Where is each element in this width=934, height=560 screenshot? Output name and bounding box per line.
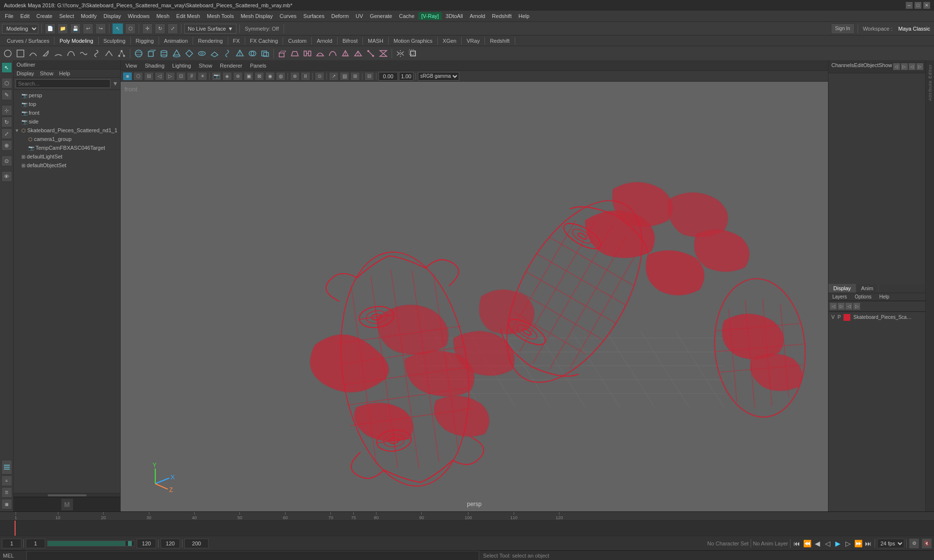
list-mode-btn[interactable]: ☰ (1, 487, 12, 498)
menu-modify[interactable]: Modify (78, 12, 99, 20)
select-tool-btn[interactable]: ↖ (112, 23, 123, 34)
shelf-plane[interactable] (209, 48, 220, 59)
menu-windows[interactable]: Windows (125, 12, 153, 20)
menu-mesh-tools[interactable]: Mesh Tools (204, 12, 236, 20)
vp-cam-btn[interactable]: 📷 (212, 72, 221, 81)
layer-ctrl-btn4[interactable]: ▷ (853, 303, 860, 310)
menu-edit-mesh[interactable]: Edit Mesh (173, 12, 203, 20)
jump-end-btn[interactable]: ⏭ (864, 540, 873, 547)
menu-cache[interactable]: Cache (396, 12, 417, 20)
paint-select[interactable]: ✎ (1, 89, 12, 100)
scale-btn[interactable]: ⤢ (167, 23, 178, 34)
menu-file[interactable]: File (2, 12, 17, 20)
vp-bookmark-btn[interactable]: ⊟ (364, 72, 374, 81)
rotate-tool[interactable]: ↻ (1, 117, 12, 127)
ch-btn3[interactable]: ◁ (909, 63, 916, 70)
vp-wire-btn[interactable]: ⬡ (133, 72, 143, 81)
vp-menu-panels[interactable]: Panels (247, 62, 269, 70)
help-sub-tab[interactable]: Help (875, 293, 893, 300)
tab-fx[interactable]: FX (228, 37, 245, 45)
outliner-item-front[interactable]: 📷 front (14, 108, 120, 117)
range-end-display[interactable]: 120 (137, 539, 156, 548)
outliner-item-top[interactable]: 📷 top (14, 100, 120, 108)
sign-in-btn[interactable]: Sign In (831, 23, 855, 34)
shelf-smooth[interactable] (327, 48, 339, 59)
universal-tool[interactable]: ⊕ (1, 140, 12, 151)
range-handle[interactable] (128, 541, 132, 546)
max-frame-display[interactable]: 200 (184, 539, 209, 548)
mel-script-label[interactable]: MEL (3, 553, 22, 559)
vp-shot-btn[interactable]: ⊛ (233, 72, 243, 81)
menu-mesh[interactable]: Mesh (153, 12, 172, 20)
menu-uv[interactable]: UV (353, 12, 366, 20)
no-anim-layer-label[interactable]: No Anim Layer (753, 541, 788, 546)
menu-deform[interactable]: Deform (328, 12, 352, 20)
move-btn[interactable]: ✛ (142, 23, 153, 34)
vp-frame-btn[interactable]: ⊟ (144, 72, 154, 81)
select-tool[interactable]: ↖ (1, 62, 12, 73)
menu-display[interactable]: Display (101, 12, 124, 20)
ch-btn2[interactable]: ▷ (901, 63, 908, 70)
vp-snap-btn[interactable]: ⊕ (290, 72, 300, 81)
menu-redshift[interactable]: Redshift (489, 12, 514, 20)
tab-animation[interactable]: Animation (159, 37, 193, 45)
shelf-connect[interactable] (365, 48, 377, 59)
shelf-arc[interactable] (53, 48, 64, 59)
minimize-button[interactable]: ─ (906, 2, 913, 9)
vp-multi-btn[interactable]: ⊞ (350, 72, 360, 81)
soft-select[interactable]: ⊙ (1, 156, 12, 166)
tab-arnold[interactable]: Arnold (312, 37, 338, 45)
tab-vray[interactable]: VRay (462, 37, 485, 45)
vp-shadow-btn[interactable]: ◉ (265, 72, 275, 81)
outliner-item-lightset[interactable]: ⊞ defaultLightSet (14, 152, 120, 161)
panel-mode-btn[interactable]: ▦ (1, 499, 12, 509)
shelf-geo2[interactable] (234, 48, 246, 59)
vp-lights-btn[interactable]: ☀ (198, 72, 207, 81)
layer-ctrl-btn2[interactable]: ▷ (838, 303, 844, 310)
shelf-circle[interactable] (2, 48, 14, 59)
tab-mash[interactable]: MASH (363, 37, 389, 45)
show-hide[interactable]: 👁 (1, 171, 12, 182)
shelf-cylinder[interactable] (158, 48, 170, 59)
play-back-btn[interactable]: ◁ (823, 540, 832, 547)
save-scene-btn[interactable]: 💾 (70, 23, 81, 34)
vp-menu-view[interactable]: View (123, 62, 140, 70)
vp-prev-frame-btn[interactable]: ◁ (155, 72, 164, 81)
shelf-helix2[interactable] (221, 48, 233, 59)
timeline-playhead[interactable] (15, 521, 16, 536)
outliner-show-menu[interactable]: Show (37, 70, 56, 77)
outliner-display-menu[interactable]: Display (14, 70, 37, 77)
shelf-pts[interactable] (116, 48, 127, 59)
vp-menu-lighting[interactable]: Lighting (169, 62, 194, 70)
outliner-scroll-bar[interactable] (14, 493, 120, 497)
current-frame-display[interactable]: 1 (2, 539, 21, 548)
audio-btn[interactable]: 🔇 (921, 538, 932, 549)
tab-rendering[interactable]: Rendering (193, 37, 228, 45)
ch-btn4[interactable]: ▷ (916, 63, 923, 70)
playback-range-slider[interactable] (47, 541, 135, 546)
shelf-torus[interactable] (196, 48, 208, 59)
options-sub-tab[interactable]: Options (851, 293, 875, 300)
outliner-item-camera-group[interactable]: ⬡ camera1_group (14, 135, 120, 143)
channel-box-show[interactable]: Show (879, 62, 892, 71)
menu-curves[interactable]: Curves (277, 12, 300, 20)
module-dropdown[interactable]: Modeling (2, 24, 38, 34)
shelf-pen[interactable] (40, 48, 52, 59)
tab-redshift[interactable]: Redshift (485, 37, 515, 45)
shelf-bevel[interactable] (289, 48, 301, 59)
layers-sub-tab[interactable]: Layers (828, 293, 851, 300)
vp-aa-btn[interactable]: ⊠ (254, 72, 264, 81)
tab-curves-surfaces[interactable]: Curves / Surfaces (2, 37, 54, 45)
outliner-help-menu[interactable]: Help (56, 70, 73, 77)
layer-v-btn[interactable]: V (831, 315, 835, 320)
vp-input-gamma[interactable] (399, 72, 413, 81)
channel-box-edit[interactable]: Edit (854, 62, 863, 71)
no-character-set-label[interactable]: No Character Set (707, 541, 749, 546)
vp-pass-btn[interactable]: ▣ (244, 72, 253, 81)
anim-tab[interactable]: Anim (856, 284, 879, 293)
shelf-wedge[interactable] (352, 48, 364, 59)
vp-ao-btn[interactable]: ◍ (276, 72, 286, 81)
shelf-fill[interactable] (314, 48, 326, 59)
tab-xgen[interactable]: XGen (438, 37, 462, 45)
fps-selector[interactable]: 24 fps 30 fps (877, 539, 904, 548)
